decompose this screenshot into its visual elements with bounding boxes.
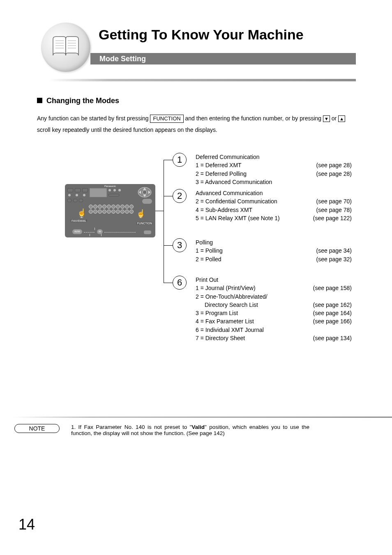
panel-screen-icon: [90, 188, 107, 197]
intro-paragraph: Any function can be started by first pre…: [37, 113, 355, 136]
section-banner: Mode Setting: [90, 53, 356, 64]
node-6: 6: [173, 276, 187, 290]
intro-text-4: scroll key repeatedly until the desired …: [37, 127, 217, 133]
subsection-heading: Changing the Modes: [37, 97, 355, 105]
nav-pad-icon: [137, 187, 152, 198]
intro-text-2: and then entering the function number, o…: [185, 115, 323, 122]
mode-tree-diagram: Panasonic: [37, 153, 355, 346]
note-divider-rule: [12, 417, 392, 418]
function-key: FUNCTION: [150, 115, 183, 123]
func-block-2: Advanced Communication 2 = Confidential …: [196, 189, 352, 222]
book-icon: [41, 23, 90, 72]
func-title: Print Out: [196, 276, 352, 284]
intro-text-1: Any function can be started by first pre…: [37, 115, 150, 122]
note-row: NOTE 1. If Fax Parameter No. 140 is not …: [14, 424, 392, 436]
up-arrow-key-icon: ▲: [338, 115, 345, 122]
intro-text-3: or: [332, 115, 338, 122]
page-number: 14: [18, 516, 35, 533]
callout-2-icon: ②: [139, 214, 143, 219]
node-3: 3: [173, 238, 187, 252]
func-title: Advanced Communication: [196, 189, 352, 197]
down-arrow-key-icon: ▼: [323, 115, 330, 122]
panel-brand-label: Panasonic: [104, 185, 116, 187]
svg-point-9: [143, 190, 147, 194]
note-text: 1. If Fax Parameter No. 140 is not prese…: [71, 424, 309, 436]
node-1: 1: [173, 153, 187, 167]
page-header: Getting To Know Your Machine Mode Settin…: [37, 23, 355, 74]
fax-email-label: FAX/EMAIL: [71, 219, 87, 222]
note-badge: NOTE: [14, 424, 60, 433]
func-block-6: Print Out 1 = Journal (Print/View)(see p…: [196, 276, 352, 342]
function-button-icon: [144, 230, 151, 234]
func-title: Deferred Communication: [196, 153, 352, 161]
node-2: 2: [173, 189, 187, 203]
divider-rule: [48, 79, 356, 81]
callout-1-icon: ①: [80, 214, 83, 219]
func-title: Polling: [196, 238, 352, 246]
func-block-1: Deferred Communication 1 = Deferred XMT(…: [196, 153, 352, 186]
control-panel-illustration: Panasonic: [65, 184, 155, 237]
func-block-3: Polling 1 = Polling(see page 34) 2 = Pol…: [196, 238, 352, 263]
function-btn-label: FUNCTION: [136, 222, 153, 225]
chapter-title: Getting To Know Your Machine: [99, 27, 304, 43]
